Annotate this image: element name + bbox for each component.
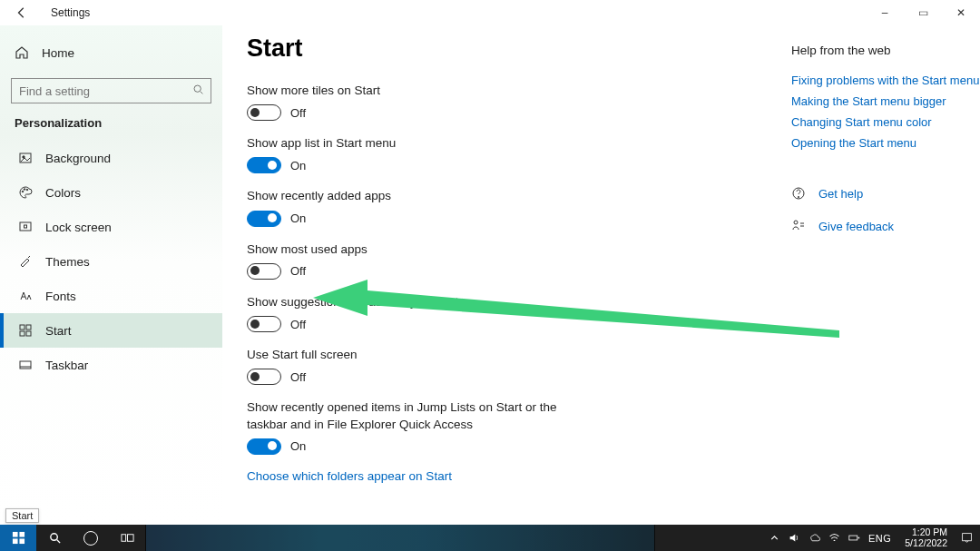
choose-folders-link[interactable]: Choose which folders appear on Start [247, 469, 737, 483]
svg-point-23 [50, 534, 57, 541]
taskbar-clock[interactable]: 1:20 PM 5/12/2022 [899, 527, 953, 547]
taskbar-tooltip: Start [5, 508, 39, 523]
toggle-jump-lists[interactable] [247, 438, 281, 455]
svg-rect-9 [20, 325, 24, 330]
setting-show-more-tiles: Show more tiles on Start Off [247, 83, 737, 121]
toggle-state: Off [290, 106, 306, 120]
notifications-icon[interactable] [961, 532, 973, 544]
system-tray[interactable]: ENG 1:20 PM 5/12/2022 [761, 525, 980, 551]
sidebar-home[interactable]: Home [0, 34, 222, 71]
svg-rect-22 [19, 538, 24, 544]
toggle-suggestions[interactable] [247, 316, 281, 332]
taskbar: ENG 1:20 PM 5/12/2022 [0, 525, 980, 551]
help-link[interactable]: Changing Start menu color [791, 115, 980, 129]
svg-point-0 [194, 85, 201, 92]
svg-rect-10 [26, 325, 31, 330]
maximize-button[interactable]: ▭ [904, 0, 942, 25]
lock-icon [18, 220, 33, 234]
page-title: Start [247, 34, 737, 63]
svg-rect-19 [12, 532, 17, 537]
setting-label: Show more tiles on Start [247, 83, 573, 99]
setting-label: Show most used apps [247, 241, 573, 258]
svg-rect-28 [858, 537, 860, 539]
toggle-recently-added[interactable] [247, 211, 281, 227]
svg-rect-11 [20, 331, 24, 336]
taskbar-cortana-button[interactable] [73, 525, 109, 551]
chevron-up-icon[interactable] [769, 532, 780, 544]
sidebar-item-lock-screen[interactable]: Lock screen [0, 210, 222, 244]
help-icon [791, 186, 806, 201]
svg-rect-27 [849, 536, 858, 540]
back-button[interactable] [11, 2, 33, 24]
help-panel: Help from the web Fixing problems with t… [791, 34, 980, 233]
sidebar-item-label: Colors [45, 186, 81, 200]
svg-rect-20 [19, 532, 24, 537]
taskbar-taskview-button[interactable] [109, 525, 145, 551]
sidebar-item-label: Themes [45, 255, 90, 269]
taskbar-icon [18, 358, 33, 372]
search-input[interactable] [11, 78, 211, 103]
home-icon [15, 45, 29, 60]
svg-rect-25 [121, 535, 125, 542]
setting-label: Show recently opened items in Jump Lists… [247, 399, 573, 432]
setting-show-app-list: Show app list in Start menu On [247, 135, 737, 173]
toggle-show-more-tiles[interactable] [247, 104, 281, 121]
svg-rect-21 [12, 538, 17, 544]
svg-point-17 [794, 221, 798, 224]
ime-indicator[interactable]: ENG [868, 533, 891, 544]
brush-icon [18, 254, 33, 269]
wifi-icon[interactable] [828, 532, 840, 544]
get-help[interactable]: Get help [791, 186, 980, 201]
sidebar-item-taskbar[interactable]: Taskbar [0, 348, 222, 382]
font-icon [18, 289, 33, 303]
svg-rect-29 [963, 534, 972, 541]
toggle-state: On [290, 439, 306, 453]
image-icon [18, 151, 33, 165]
svg-line-1 [201, 92, 202, 93]
sidebar-item-background[interactable]: Background [0, 141, 222, 175]
taskbar-search-button[interactable] [36, 525, 73, 551]
minimize-button[interactable]: – [866, 0, 904, 25]
taskbar-running-apps[interactable] [145, 525, 655, 551]
help-link[interactable]: Making the Start menu bigger [791, 94, 980, 108]
sidebar-item-colors[interactable]: Colors [0, 175, 222, 210]
svg-point-16 [798, 196, 799, 197]
toggle-show-app-list[interactable] [247, 157, 281, 173]
palette-icon [18, 185, 33, 200]
setting-full-screen: Use Start full screen Off [247, 347, 737, 385]
sidebar-item-fonts[interactable]: Fonts [0, 279, 222, 313]
toggle-full-screen[interactable] [247, 369, 281, 385]
help-link[interactable]: Fixing problems with the Start menu [791, 74, 980, 87]
give-feedback[interactable]: Give feedback [791, 219, 980, 233]
svg-line-24 [56, 540, 59, 543]
onedrive-icon[interactable] [808, 532, 820, 544]
sidebar-item-label: Lock screen [45, 221, 112, 234]
help-link[interactable]: Opening the Start menu [791, 136, 980, 150]
window-title: Settings [51, 6, 90, 19]
toggle-most-used[interactable] [247, 263, 281, 280]
start-icon [18, 323, 33, 338]
close-button[interactable]: ✕ [942, 0, 980, 25]
setting-label: Show recently added apps [247, 188, 573, 204]
windows-icon [12, 531, 25, 545]
settings-sidebar: Home Personalization Background Colors L… [0, 25, 222, 525]
sidebar-item-themes[interactable]: Themes [0, 244, 222, 279]
setting-recently-added: Show recently added apps On [247, 188, 737, 226]
svg-rect-8 [24, 225, 27, 228]
setting-jump-lists: Show recently opened items in Jump Lists… [247, 399, 737, 454]
get-help-label: Get help [818, 187, 863, 201]
sidebar-home-label: Home [42, 46, 74, 60]
feedback-icon [791, 219, 806, 233]
toggle-state: On [290, 212, 306, 225]
toggle-state: Off [290, 318, 306, 331]
setting-label: Show suggestions occasionally in Start [247, 294, 573, 310]
battery-icon[interactable] [848, 532, 860, 544]
setting-suggestions: Show suggestions occasionally in Start O… [247, 294, 737, 332]
sidebar-item-label: Taskbar [45, 359, 88, 372]
taskbar-start-button[interactable] [0, 525, 36, 551]
help-heading: Help from the web [791, 44, 980, 57]
toggle-state: Off [290, 264, 306, 278]
volume-icon[interactable] [789, 532, 800, 544]
svg-rect-12 [26, 331, 31, 336]
sidebar-item-start[interactable]: Start [0, 313, 222, 348]
